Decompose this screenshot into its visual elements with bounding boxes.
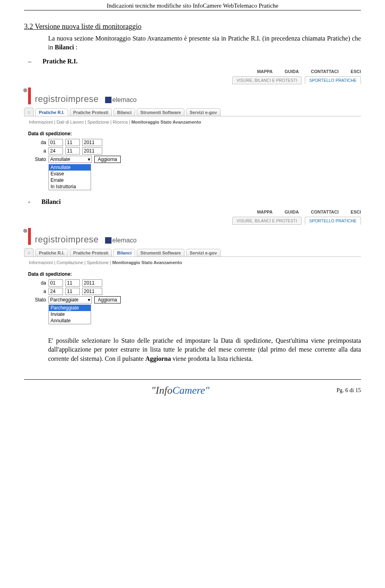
tab-pratiche-ri[interactable]: Pratiche R.I. bbox=[35, 108, 68, 116]
registroimprese-logo-text: registroimprese bbox=[35, 94, 99, 104]
stato-options[interactable]: Annullate Evase Errate In Istruttoria bbox=[49, 164, 91, 190]
section-title: 3.2 Versione nuova liste di monitoraggio bbox=[24, 22, 361, 31]
nav-link[interactable]: GUIDA bbox=[285, 69, 299, 74]
tab-bilanci[interactable]: Bilanci bbox=[113, 249, 135, 256]
form-label: Data di spedizione: bbox=[28, 271, 361, 277]
chevron-down-icon: ▾ bbox=[88, 297, 90, 303]
form-label: Data di spedizione: bbox=[28, 131, 361, 136]
tab-sportello[interactable]: SPORTELLO PRATICHE bbox=[305, 76, 361, 84]
nav-link[interactable]: CONTATTACI bbox=[311, 69, 338, 74]
tab-strumenti[interactable]: Strumenti Software bbox=[137, 108, 184, 116]
nav-link[interactable]: CONTATTACI bbox=[311, 210, 338, 214]
tab-pratiche-ri[interactable]: Pratiche R.I. bbox=[35, 249, 68, 256]
page-number: Pg. 6 di 15 bbox=[336, 387, 361, 394]
nav-link[interactable]: MAPPA bbox=[257, 69, 273, 74]
tab-pratiche-protesti[interactable]: Pratiche Protesti bbox=[70, 249, 112, 256]
nav-link[interactable]: MAPPA bbox=[257, 210, 273, 214]
infocamere-logo: "InfoCamere" bbox=[151, 385, 209, 397]
tab-servizi[interactable]: Servizi e-gov bbox=[186, 249, 221, 256]
nav-link[interactable]: ESCI bbox=[351, 69, 361, 74]
aggiorna-button[interactable]: Aggiorna bbox=[94, 156, 121, 163]
option-errate[interactable]: Errate bbox=[49, 177, 91, 183]
tab-sportello[interactable]: SPORTELLO PRATICHE bbox=[305, 217, 361, 225]
year-from-input[interactable] bbox=[82, 279, 102, 287]
footer-rule bbox=[24, 379, 361, 380]
label-a: a bbox=[28, 148, 46, 154]
nav-link[interactable]: GUIDA bbox=[285, 210, 299, 214]
month-to-input[interactable] bbox=[65, 147, 80, 155]
tab-visure[interactable]: VISURE, BILANCI E PROTESTI bbox=[232, 76, 302, 84]
tab-bilanci[interactable]: Bilanci bbox=[113, 108, 135, 116]
day-to-input[interactable] bbox=[49, 147, 63, 155]
year-to-input[interactable] bbox=[82, 288, 102, 295]
day-from-input[interactable] bbox=[49, 139, 63, 146]
header-rule bbox=[24, 10, 361, 10]
intro-paragraph: La nuova sezione Monitoraggio Stato Avan… bbox=[48, 34, 361, 52]
option-parcheggiate[interactable]: Parcheggiate bbox=[49, 305, 91, 311]
day-to-input[interactable] bbox=[49, 288, 63, 295]
registroimprese-logo-text: registroimprese bbox=[35, 234, 99, 245]
label-stato: Stato bbox=[28, 297, 46, 303]
stato-options[interactable]: Parcheggiate Inviate Annullate bbox=[49, 305, 91, 324]
label-da: da bbox=[28, 280, 46, 286]
breadcrumb: Informazioni | Compilazione | Spedizione… bbox=[29, 260, 361, 265]
label-stato: Stato bbox=[28, 157, 46, 162]
month-from-input[interactable] bbox=[65, 279, 80, 287]
telemaco-logo: elemaco bbox=[105, 96, 136, 104]
tab-pratiche-protesti[interactable]: Pratiche Protesti bbox=[70, 108, 112, 116]
tab-servizi[interactable]: Servizi e-gov bbox=[186, 108, 221, 116]
closing-paragraph: E' possibile selezionare lo Stato delle … bbox=[48, 336, 361, 363]
option-annullate[interactable]: Annullate bbox=[49, 164, 91, 171]
option-inviate[interactable]: Inviate bbox=[49, 311, 91, 317]
month-from-input[interactable] bbox=[65, 139, 80, 146]
document-header: Indicazioni tecniche modifiche sito Info… bbox=[24, 0, 361, 9]
stato-select[interactable]: Annullate▾ bbox=[49, 156, 92, 163]
label-da: da bbox=[28, 140, 46, 145]
aggiorna-button[interactable]: Aggiorna bbox=[94, 296, 121, 303]
day-from-input[interactable] bbox=[49, 279, 63, 287]
nav-link[interactable]: ESCI bbox=[351, 210, 361, 214]
breadcrumb: Informazioni | Dati di Lavoro | Spedizio… bbox=[29, 120, 361, 124]
option-istruttoria[interactable]: In Istruttoria bbox=[49, 183, 91, 190]
list-item: – Pratiche R.I. bbox=[28, 58, 361, 65]
tab-strumenti[interactable]: Strumenti Software bbox=[137, 249, 184, 256]
month-to-input[interactable] bbox=[65, 288, 80, 295]
telemaco-logo: elemaco bbox=[105, 237, 136, 244]
option-evase[interactable]: Evase bbox=[49, 171, 91, 177]
screenshot-bilanci: MAPPA GUIDA CONTATTACI ESCI VISURE, BILA… bbox=[24, 210, 361, 324]
registroimprese-logo-icon bbox=[24, 87, 31, 104]
chevron-down-icon: ▾ bbox=[88, 157, 90, 162]
list-item: - Bilanci bbox=[28, 198, 361, 205]
tab-visure[interactable]: VISURE, BILANCI E PROTESTI bbox=[232, 217, 302, 225]
screenshot-pratiche-ri: MAPPA GUIDA CONTATTACI ESCI VISURE, BILA… bbox=[24, 69, 361, 190]
stato-select[interactable]: Parcheggiate▾ bbox=[49, 296, 92, 303]
registroimprese-logo-icon bbox=[24, 228, 31, 245]
year-to-input[interactable] bbox=[82, 147, 102, 155]
option-annullate[interactable]: Annullate bbox=[49, 317, 91, 324]
year-from-input[interactable] bbox=[82, 139, 102, 146]
label-a: a bbox=[28, 289, 46, 294]
home-icon[interactable]: ⌂ bbox=[24, 248, 34, 256]
home-icon[interactable]: ⌂ bbox=[24, 108, 34, 116]
